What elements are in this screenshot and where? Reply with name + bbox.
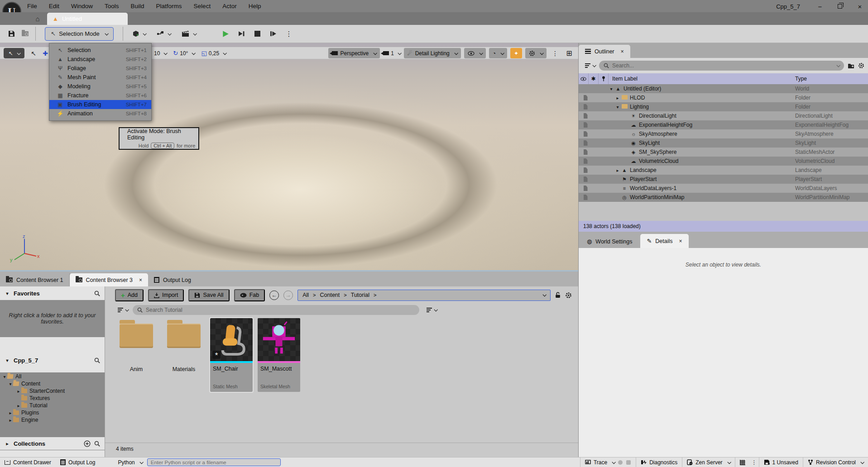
restore-button[interactable]: [836, 3, 844, 10]
menu-item[interactable]: ▦ Fracture SHIFT+6: [49, 91, 151, 100]
diagnostics-button[interactable]: Diagnostics: [636, 457, 682, 467]
cinematics-button[interactable]: [182, 31, 196, 37]
tree-item[interactable]: Tutorial: [0, 402, 105, 409]
tree-item[interactable]: Content: [0, 380, 105, 387]
trace-button[interactable]: Trace: [580, 457, 636, 467]
expand-arrow[interactable]: [2, 374, 7, 379]
content-drawer-button[interactable]: Content Drawer: [0, 457, 56, 467]
table-row[interactable]: ◎ WorldPartitionMiniMap WorldPartitionMi…: [579, 193, 868, 202]
tab-output-log[interactable]: Output Log: [148, 273, 197, 286]
table-row[interactable]: ⚑ PlayerStart PlayerStart: [579, 175, 868, 184]
close-icon[interactable]: ×: [679, 238, 682, 244]
expand-arrow[interactable]: [615, 105, 620, 110]
menu-item[interactable]: Help: [249, 3, 261, 10]
tab-details[interactable]: ✎ Details ×: [640, 234, 688, 248]
expand-arrow[interactable]: [615, 95, 620, 100]
chevron-down-icon[interactable]: [542, 293, 546, 296]
close-button[interactable]: ×: [856, 3, 863, 10]
table-row[interactable]: ☁ ExponentialHeightFog ExponentialHeight…: [579, 120, 868, 129]
asset-tile-sm-chair[interactable]: * SM_Chair Static Mesh: [210, 318, 253, 392]
menu-item[interactable]: Tools: [105, 3, 119, 10]
mode-selector-button[interactable]: ↖ Selection Mode: [45, 27, 114, 41]
scale-snap[interactable]: ◱ 0,25: [201, 50, 226, 57]
breadcrumb-item[interactable]: Content: [320, 292, 340, 298]
rotation-snap[interactable]: ↻ 10°: [173, 50, 195, 57]
menu-item[interactable]: ⚡ Animation SHIFT+8: [49, 109, 151, 118]
expand-arrow[interactable]: [5, 441, 10, 446]
table-row[interactable]: ☀ DirectionalLight DirectionalLight: [579, 111, 868, 120]
output-log-button[interactable]: Output Log: [56, 457, 100, 467]
outliner-filter-button[interactable]: [582, 63, 595, 68]
performance-button[interactable]: ◔: [489, 48, 507, 58]
menu-item[interactable]: ▣ Brush Editing SHIFT+7: [49, 100, 151, 109]
tree-item[interactable]: Textures: [0, 395, 105, 402]
menu-item[interactable]: ↖ Selection SHIFT+1: [49, 46, 151, 55]
source-control-button[interactable]: [18, 28, 32, 40]
menu-item[interactable]: ◆ Modeling SHIFT+5: [49, 82, 151, 91]
home-button[interactable]: ⌂: [32, 14, 43, 24]
more-options-button[interactable]: ⋮: [750, 457, 759, 467]
back-button[interactable]: ←: [269, 291, 279, 300]
table-row[interactable]: ☼ SkyAtmosphere SkyAtmosphere: [579, 129, 868, 138]
minimize-button[interactable]: −: [816, 3, 824, 10]
python-selector[interactable]: Python: [113, 457, 147, 467]
sort-button[interactable]: [424, 308, 437, 312]
expand-arrow[interactable]: [16, 403, 21, 408]
camera-speed-button[interactable]: 1: [383, 50, 401, 57]
search-icon[interactable]: [94, 441, 100, 447]
tree-item[interactable]: StarterContent: [0, 387, 105, 395]
breadcrumb-item[interactable]: All: [302, 292, 309, 298]
table-row[interactable]: ▲ Landscape Landscape: [579, 166, 868, 175]
add-folder-button[interactable]: [848, 63, 854, 69]
insights-button[interactable]: [735, 457, 750, 467]
visibility-column-header[interactable]: [579, 73, 589, 84]
menu-item[interactable]: Edit: [49, 3, 59, 10]
unsaved-button[interactable]: ★ 1 Unsaved: [759, 457, 803, 467]
grid-snap-value[interactable]: 10: [154, 50, 167, 57]
python-command-input[interactable]: [147, 458, 281, 466]
viewport-mode-button[interactable]: ↖: [4, 48, 24, 58]
search-icon[interactable]: [94, 291, 100, 296]
search-icon[interactable]: [94, 357, 100, 363]
menu-item[interactable]: ✎ Mesh Paint SHIFT+4: [49, 73, 151, 82]
fab-button[interactable]: Fab: [234, 289, 265, 301]
project-header[interactable]: Cpp_5_7: [0, 353, 105, 367]
forward-button[interactable]: →: [283, 291, 293, 300]
asset-search[interactable]: [133, 305, 419, 315]
menu-item[interactable]: Actor: [222, 3, 237, 10]
expand-arrow[interactable]: [609, 86, 614, 91]
save-all-button[interactable]: Save All: [188, 289, 229, 301]
tab-content-browser-3[interactable]: Content Browser 3 ×: [70, 273, 149, 286]
save-button[interactable]: [5, 28, 18, 40]
tab-world-settings[interactable]: ◍ World Settings: [580, 235, 638, 248]
menu-item[interactable]: Ψ Foliage SHIFT+3: [49, 64, 151, 73]
item-label-column-header[interactable]: Item Label: [612, 76, 638, 82]
menu-item[interactable]: Window: [71, 3, 93, 10]
outliner-search[interactable]: [599, 61, 844, 71]
import-button[interactable]: Import: [148, 289, 184, 301]
stop-button[interactable]: [251, 28, 263, 40]
breadcrumb-item[interactable]: Tutorial: [351, 292, 369, 298]
favorites-header[interactable]: Favorites: [0, 286, 105, 300]
table-row[interactable]: ◈ SM_SkySphere StaticMeshActor: [579, 148, 868, 157]
view-mode-button[interactable]: ☄ Detail Lighting: [404, 48, 461, 58]
table-row[interactable]: ☁ VolumetricCloud VolumetricCloud: [579, 157, 868, 166]
tab-outliner[interactable]: Outliner ×: [579, 45, 630, 58]
tree-item[interactable]: Engine: [0, 416, 105, 424]
tree-item[interactable]: Plugins: [0, 409, 105, 416]
search-input[interactable]: [612, 62, 831, 69]
outliner-settings-button[interactable]: [858, 62, 864, 69]
close-icon[interactable]: ×: [139, 277, 142, 283]
expand-arrow[interactable]: [8, 381, 13, 386]
asset-filter-button[interactable]: [115, 308, 128, 312]
add-button[interactable]: + Add: [115, 289, 144, 301]
menu-item[interactable]: ▲ Landscape SHIFT+2: [49, 55, 151, 64]
folder-tile[interactable]: Anim: [115, 318, 158, 372]
tree-item[interactable]: All: [0, 373, 105, 380]
folder-tile[interactable]: Materials: [163, 318, 205, 372]
revision-control-button[interactable]: Revision Control: [803, 457, 868, 467]
table-row[interactable]: HLOD Folder: [579, 93, 868, 102]
collections-header[interactable]: Collections: [0, 437, 105, 450]
expand-arrow[interactable]: [8, 410, 13, 415]
expand-arrow[interactable]: [16, 389, 21, 394]
